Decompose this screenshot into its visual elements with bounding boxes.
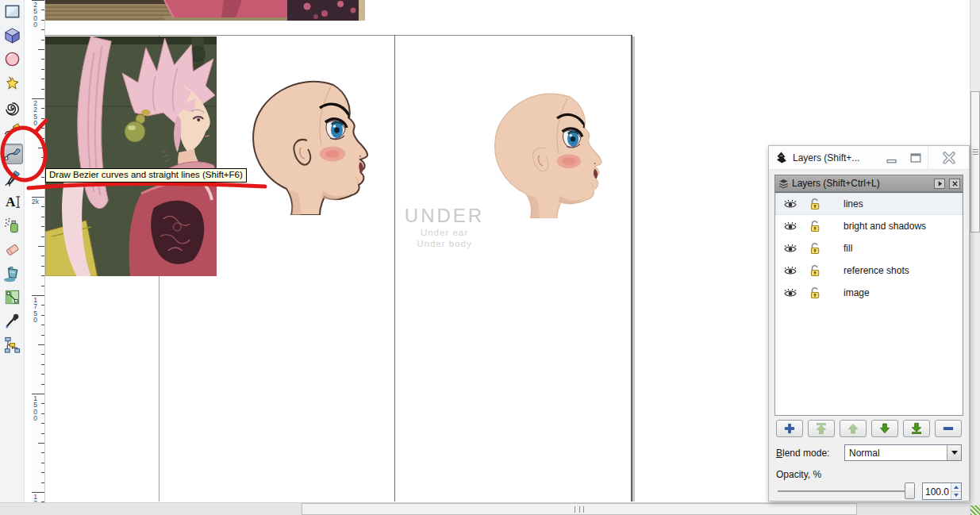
opacity-slider[interactable]: [776, 481, 915, 502]
vertical-ruler[interactable]: 250022502k1750150012: [32, 0, 45, 502]
page-divider-line: [394, 35, 395, 502]
layer-name[interactable]: reference shots: [844, 265, 909, 276]
layer-unlock-icon[interactable]: [809, 198, 821, 210]
page-top-border: [45, 35, 632, 36]
inkscape-window: A 250022502k1750150012: [0, 0, 980, 515]
rectangle-tool[interactable]: [2, 1, 23, 21]
ruler-tick: [41, 403, 44, 404]
layers-icon: [778, 178, 790, 189]
pencil-tool[interactable]: [2, 120, 23, 140]
vertical-scrollbar[interactable]: [970, 0, 980, 515]
raise-layer-button[interactable]: [840, 420, 867, 437]
lower-layer-button[interactable]: [871, 420, 898, 437]
minimize-button[interactable]: [880, 148, 904, 167]
layer-visibility-eye-icon[interactable]: [783, 198, 797, 210]
ruler-tick: [41, 167, 44, 168]
panel-menu-button[interactable]: [934, 179, 945, 189]
layer-row[interactable]: image: [775, 282, 963, 304]
text-tool[interactable]: A: [2, 191, 23, 212]
slider-handle[interactable]: [905, 482, 915, 499]
ruler-tick: [41, 452, 44, 453]
gradient-tool[interactable]: [2, 286, 23, 307]
layer-unlock-icon[interactable]: [809, 286, 821, 299]
opacity-spinbox[interactable]: 100.0: [922, 482, 962, 500]
ruler-tick: [41, 79, 44, 79]
inkscape-logo-icon: [774, 151, 788, 164]
spray-tool[interactable]: [2, 215, 23, 236]
layer-visibility-eye-icon[interactable]: [783, 220, 797, 233]
maximize-button[interactable]: [904, 148, 928, 167]
ruler-tick: [38, 49, 44, 50]
layer-row[interactable]: reference shots: [775, 259, 963, 282]
layer-name[interactable]: image: [844, 287, 870, 298]
layers-dialog-titlebar[interactable]: Layers (Shift+...: [769, 146, 969, 170]
layer-buttons: [776, 420, 962, 437]
lower-layer-to-bottom-button[interactable]: [903, 420, 930, 437]
spiral-tool[interactable]: [2, 96, 23, 117]
vertical-scrollbar-thumb[interactable]: [970, 91, 980, 233]
ruler-tick: [41, 177, 44, 178]
delete-layer-button[interactable]: [935, 420, 962, 437]
ruler-tick: [41, 89, 44, 90]
tool-box: A: [0, 0, 25, 502]
add-layer-button[interactable]: [776, 420, 803, 437]
tooltip-text: Draw Bezier curves and straight lines (S…: [49, 170, 243, 179]
layers-dialog: Layers (Shift+... Layers (Shift+Ctrl+L): [768, 145, 970, 502]
horizontal-scrollbar[interactable]: [0, 502, 970, 515]
layer-visibility-eye-icon[interactable]: [783, 264, 797, 277]
box-3d-tool[interactable]: [2, 25, 23, 45]
ruler-tick: [38, 344, 44, 345]
slider-track[interactable]: [778, 490, 910, 492]
bezier-tool[interactable]: [2, 144, 23, 164]
ruler-tick: [41, 364, 44, 365]
ruler-tick: [41, 275, 44, 276]
spin-up-button[interactable]: [951, 483, 961, 491]
paint-bucket-tool[interactable]: [2, 263, 23, 283]
layer-row[interactable]: fill: [775, 237, 963, 259]
svg-text:A: A: [5, 194, 15, 209]
calligraphy-tool[interactable]: [2, 167, 23, 188]
under-title: UNDER: [395, 205, 494, 227]
layer-row[interactable]: bright and shadows: [775, 215, 963, 237]
layer-unlock-icon[interactable]: [809, 264, 821, 277]
layer-row[interactable]: lines: [775, 193, 963, 215]
resize-grip[interactable]: [970, 505, 980, 515]
ruler-tick: [41, 157, 44, 158]
blend-mode-label: Blend mode:: [776, 448, 829, 459]
opacity-value[interactable]: 100.0: [923, 483, 951, 499]
eraser-tool[interactable]: [2, 239, 23, 259]
layer-name[interactable]: fill: [844, 243, 852, 254]
spin-down-button[interactable]: [951, 491, 961, 500]
close-button[interactable]: [928, 146, 969, 170]
ruler-label: 2250: [32, 100, 39, 126]
blend-mode-select[interactable]: Normal: [844, 444, 962, 461]
layer-name[interactable]: lines: [844, 198, 863, 209]
ruler-tick: [41, 206, 44, 207]
ellipse-tool[interactable]: [2, 48, 23, 69]
ruler-label: 2500: [32, 2, 39, 28]
ruler-tick: [41, 354, 44, 355]
ruler-tick: [41, 108, 44, 109]
tooltip: Draw Bezier curves and straight lines (S…: [45, 168, 247, 183]
dropper-tool[interactable]: [2, 310, 23, 331]
head-drawing-lines: [244, 72, 371, 215]
panel-close-button[interactable]: [949, 179, 960, 189]
ruler-tick: [41, 10, 44, 10]
star-tool[interactable]: [2, 72, 23, 93]
layer-name[interactable]: bright and shadows: [844, 221, 926, 232]
connector-tool[interactable]: [2, 334, 23, 355]
horizontal-scrollbar-thumb[interactable]: [302, 503, 857, 515]
ruler-tick: [41, 118, 44, 119]
page-shadow: [632, 37, 635, 502]
layer-unlock-icon[interactable]: [809, 242, 821, 255]
raise-layer-to-top-button[interactable]: [808, 420, 835, 437]
ruler-tick: [41, 463, 44, 463]
chevron-down-icon[interactable]: [947, 445, 961, 460]
layer-unlock-icon[interactable]: [809, 220, 821, 233]
layers-panel-header[interactable]: Layers (Shift+Ctrl+L): [774, 175, 963, 192]
panel-title: Layers (Shift+Ctrl+L): [792, 178, 930, 189]
opacity-label: Opacity, %: [776, 469, 962, 480]
ruler-tick: [38, 246, 44, 247]
layer-visibility-eye-icon[interactable]: [783, 286, 797, 299]
layer-visibility-eye-icon[interactable]: [783, 242, 797, 255]
